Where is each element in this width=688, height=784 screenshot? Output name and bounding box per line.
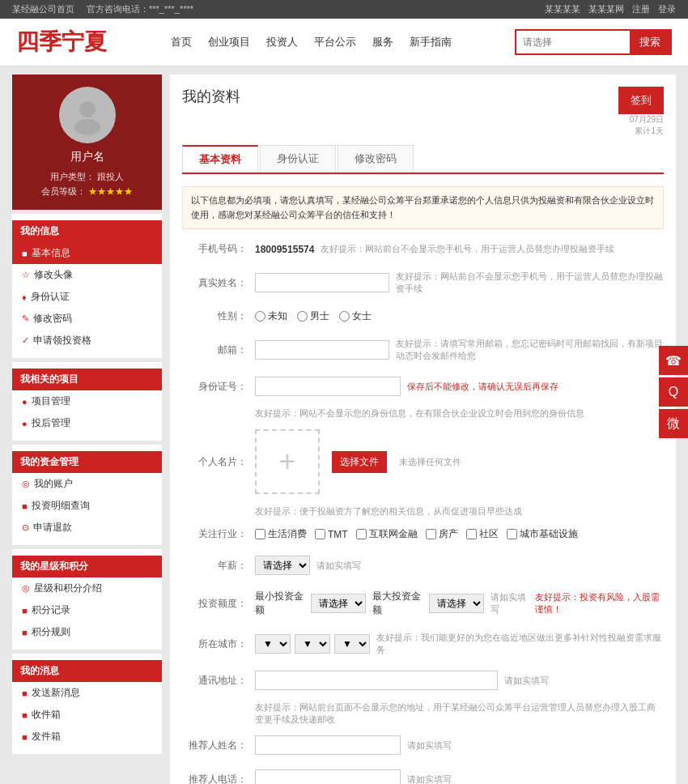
- tab-basic-info[interactable]: 基本资料: [182, 145, 258, 173]
- email-input[interactable]: [255, 340, 389, 360]
- city-select-3[interactable]: ▼: [334, 634, 370, 654]
- top-bar: 某经融公司首页 官方咨询电话：***_***_**** 某某某某 某某某网 注册…: [0, 0, 688, 19]
- content-area: 我的资料 签到 07月29日 累计1天 基本资料 身份认证 修改密码 以下信息都…: [170, 75, 676, 784]
- float-phone-btn[interactable]: ☎: [659, 346, 688, 375]
- sidebar-item-level-intro[interactable]: ◎ 星级和积分介绍: [12, 577, 162, 599]
- sidebar-item-points-rules[interactable]: ■ 积分规则: [12, 621, 162, 643]
- site-name: 某经融公司首页: [12, 3, 74, 15]
- salary-select[interactable]: 请选择: [255, 556, 310, 575]
- post-invest-icon: ●: [22, 419, 28, 428]
- sidebar-item-basic-info[interactable]: ■ 基本信息: [12, 242, 162, 264]
- select-file-button[interactable]: 选择文件: [332, 451, 387, 473]
- id-label: 身份证号：: [182, 380, 255, 394]
- username: 用户名: [24, 150, 150, 164]
- signin-button[interactable]: 签到: [618, 87, 664, 114]
- industry-infrastructure[interactable]: 城市基础设施: [507, 527, 578, 541]
- industry-realestate[interactable]: 房产: [426, 527, 458, 541]
- referrer-phone-row: 推荐人电话： 请如实填写: [182, 766, 664, 784]
- gender-unknown[interactable]: 未知: [255, 309, 287, 323]
- phone-number: 18009515574: [255, 244, 314, 255]
- user-type: 用户类型： 跟投人: [24, 171, 150, 183]
- refund-icon: ⊙: [22, 522, 29, 533]
- industry-community[interactable]: 社区: [466, 527, 499, 541]
- realname-input[interactable]: [255, 273, 389, 292]
- tab-change-pwd[interactable]: 修改密码: [338, 145, 414, 173]
- user-level: 会员等级： ★★★★★: [24, 185, 150, 198]
- photo-placeholder[interactable]: +: [255, 429, 320, 494]
- sidebar-item-my-account[interactable]: ◎ 我的账户: [12, 473, 162, 495]
- search-button[interactable]: 搜索: [630, 31, 670, 53]
- industry-tmt[interactable]: TMT: [315, 529, 348, 540]
- city-select-2[interactable]: ▼: [295, 634, 330, 654]
- sidebar-item-lead-invest[interactable]: ✓ 申请领投资格: [12, 330, 162, 352]
- top-bar-right: 某某某某 某某某网 注册 登录: [545, 3, 676, 15]
- salary-value-area: 请选择 请如实填写: [255, 556, 664, 575]
- float-qq-btn[interactable]: Q: [659, 377, 688, 407]
- nav-home[interactable]: 首页: [171, 35, 192, 49]
- min-invest-select[interactable]: 请选择: [311, 594, 366, 613]
- realname-hint: 友好提示：网站前台不会显示您手机号，用于运营人员替您办理投融资手续: [396, 271, 664, 295]
- referrer-name-hint: 请如实填写: [407, 739, 452, 752]
- referrer-phone-input[interactable]: [255, 769, 401, 784]
- lead-invest-icon: ✓: [22, 335, 29, 346]
- link1[interactable]: 某某某某: [545, 3, 580, 15]
- contact-input[interactable]: [255, 671, 498, 690]
- header: 四季宁夏 首页 创业项目 投资人 平台公示 服务 新手指南 搜索: [0, 19, 688, 66]
- max-invest-label: 最大投资金额: [372, 590, 422, 617]
- invest-row: 投资额度： 最小投资金额 请选择 最大投资金额 请选择 请如实填写 友好提示：投…: [182, 586, 664, 620]
- change-pwd-icon: ✎: [22, 313, 29, 324]
- search-input[interactable]: [516, 32, 630, 52]
- float-phone-icon: ☎: [665, 353, 682, 369]
- city-select-1[interactable]: ▼: [255, 634, 291, 654]
- sidebar-item-change-pwd[interactable]: ✎ 修改密码: [12, 308, 162, 330]
- nav-guide[interactable]: 新手指南: [410, 35, 452, 49]
- sidebar-item-points-log[interactable]: ■ 积分记录: [12, 599, 162, 621]
- sidebar-item-send-msg[interactable]: ■ 发送新消息: [12, 682, 162, 704]
- messages-section: 我的消息 ■ 发送新消息 ■ 收件箱 ■ 发件箱: [12, 654, 162, 754]
- email-row: 邮箱： 友好提示：请填写常用邮箱，您忘记密码时可用邮箱找回，有新项目动态时会发邮…: [182, 334, 664, 365]
- float-wechat-icon: 微: [667, 415, 680, 432]
- sidebar-item-inbox[interactable]: ■ 收件箱: [12, 704, 162, 726]
- link2[interactable]: 某某某网: [588, 3, 624, 15]
- login-link[interactable]: 登录: [658, 3, 676, 15]
- email-hint: 友好提示：请填写常用邮箱，您忘记密码时可用邮箱找回，有新项目动态时会发邮件给您: [396, 338, 664, 362]
- main-container: 用户名 用户类型： 跟投人 会员等级： ★★★★★ 我的信息 ■ 基本信息 ☆ …: [0, 66, 688, 784]
- max-invest-select[interactable]: 请选择: [429, 594, 484, 613]
- email-label: 邮箱：: [182, 343, 255, 357]
- city-value-area: ▼ ▼ ▼ 友好提示：我们能更好的为您在临近地区做出更多补针对性投融资需求服务: [255, 632, 664, 656]
- sidebar-item-invest-detail[interactable]: ■ 投资明细查询: [12, 495, 162, 517]
- nav-investors[interactable]: 投资人: [266, 35, 298, 49]
- nav-service[interactable]: 服务: [372, 35, 393, 49]
- sidebar-item-id-auth[interactable]: ♦ 身份认证: [12, 286, 162, 308]
- invest-label: 投资额度：: [182, 597, 255, 611]
- sidebar-item-post-invest[interactable]: ● 投后管理: [12, 412, 162, 434]
- fund-mgmt-title: 我的资金管理: [12, 451, 162, 473]
- avatar: [59, 87, 116, 143]
- register-link[interactable]: 注册: [632, 3, 650, 15]
- id-input[interactable]: [255, 377, 401, 396]
- min-invest-label: 最小投资金额: [255, 590, 304, 617]
- photo-value-area: + 选择文件 未选择任何文件: [255, 429, 664, 494]
- my-info-section: 我的信息 ■ 基本信息 ☆ 修改头像 ♦ 身份认证 ✎ 修改密码 ✓ 申请领投资…: [12, 214, 162, 358]
- gender-male[interactable]: 男士: [297, 309, 329, 323]
- phone-hint: 友好提示：网站前台不会显示您手机号，用于运营人员替您办理投融资手续: [321, 243, 614, 255]
- avatar-icon: ☆: [22, 270, 30, 280]
- nav-projects[interactable]: 创业项目: [208, 35, 250, 49]
- sidebar-item-project-mgmt[interactable]: ● 项目管理: [12, 390, 162, 412]
- sidebar-item-outbox[interactable]: ■ 发件箱: [12, 726, 162, 748]
- sidebar-item-avatar[interactable]: ☆ 修改头像: [12, 264, 162, 286]
- send-msg-icon: ■: [22, 688, 28, 698]
- sidebar-item-refund[interactable]: ⊙ 申请退款: [12, 517, 162, 539]
- tabs: 基本资料 身份认证 修改密码: [182, 145, 664, 174]
- salary-label: 年薪：: [182, 559, 255, 573]
- industry-internet-finance[interactable]: 互联网金融: [356, 527, 418, 541]
- nav-platform[interactable]: 平台公示: [314, 35, 356, 49]
- referrer-name-row: 推荐人姓名： 请如实填写: [182, 732, 664, 758]
- industry-daily[interactable]: 生活消费: [255, 527, 307, 541]
- level-section: 我的星级和积分 ◎ 星级和积分介绍 ■ 积分记录 ■ 积分规则: [12, 549, 162, 650]
- gender-female[interactable]: 女士: [339, 309, 372, 323]
- contact-row: 通讯地址： 请如实填写: [182, 667, 664, 693]
- tab-id-auth[interactable]: 身份认证: [260, 145, 336, 173]
- referrer-name-input[interactable]: [255, 735, 401, 755]
- float-wechat-btn[interactable]: 微: [659, 409, 688, 438]
